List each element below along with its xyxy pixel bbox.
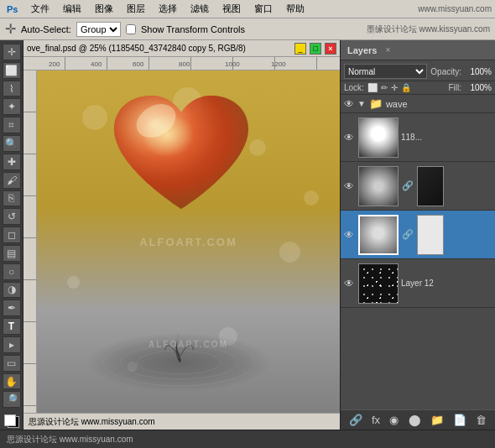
bottom-bar: 思源设计论坛 www.missyuan.com	[0, 430, 495, 448]
opacity-value: 100%	[465, 67, 492, 76]
delete-layer-button[interactable]: 🗑	[473, 412, 489, 428]
lasso-tool[interactable]: ⌇	[3, 81, 21, 97]
layer-eye-3[interactable]: 👁	[344, 229, 356, 241]
canvas-status-bar: 思源设计论坛 www.missyuan.com	[23, 413, 340, 430]
menu-ps[interactable]: Ps	[3, 4, 21, 14]
canvas-image[interactable]: ALFOART.COM ALFOART.COM	[37, 70, 340, 413]
new-layer-button[interactable]: 📄	[451, 412, 469, 428]
new-group-button[interactable]: 📁	[428, 412, 446, 428]
menu-bar: Ps 文件 编辑 图像 图层 选择 滤镜 视图 窗口 帮助 www.missyu…	[0, 0, 495, 18]
type-tool[interactable]: T	[3, 318, 21, 335]
canvas-watermark: ALFOART.COM	[139, 236, 237, 248]
group-name: wave	[386, 99, 408, 109]
layer-item[interactable]: 👁 🔗	[341, 162, 495, 211]
layer-name-1: 118...	[401, 133, 492, 142]
menu-layer[interactable]: 图层	[123, 3, 148, 15]
layer-adjustment-button[interactable]: ⬤	[406, 412, 424, 428]
watermark-top: www.missyuan.com	[315, 4, 492, 13]
lock-position-icon[interactable]: ✛	[391, 83, 398, 92]
brush-tool[interactable]: 🖌	[3, 172, 21, 189]
layer-eye-2[interactable]: 👁	[344, 180, 356, 192]
dodge-tool[interactable]: ◑	[3, 282, 21, 299]
lock-all-icon[interactable]: 🔒	[401, 83, 411, 92]
menu-help[interactable]: 帮助	[283, 3, 308, 15]
minimize-button[interactable]: _	[294, 43, 306, 55]
layers-list: 👁 118... 👁 🔗 👁 🔗 👁	[341, 113, 495, 409]
menu-edit[interactable]: 编辑	[60, 3, 85, 15]
layer-group-header[interactable]: 👁 ▼ 📁 wave	[341, 95, 495, 113]
clone-tool[interactable]: ⎘	[3, 190, 21, 207]
status-text: 思源设计论坛 www.missyuan.com	[29, 416, 155, 428]
gradient-tool[interactable]: ▤	[3, 245, 21, 262]
layer-thumbnail-4	[358, 263, 399, 304]
heart-shape	[106, 91, 257, 221]
layer-item-selected[interactable]: 👁 🔗	[341, 211, 495, 259]
layer-eye-4[interactable]: 👁	[344, 278, 356, 289]
menu-select[interactable]: 选择	[155, 3, 180, 15]
watermark-options: 墨缘设计论坛 www.kissyuan.com	[367, 23, 490, 35]
layer-thumbnail-3	[358, 215, 399, 255]
layers-controls: Normal Opacity: 100%	[341, 60, 495, 81]
pen-tool[interactable]: ✒	[3, 300, 21, 316]
history-tool[interactable]: ↺	[3, 208, 21, 225]
blur-tool[interactable]: ○	[3, 263, 21, 280]
group-expand-icon[interactable]: ▼	[357, 99, 366, 108]
group-folder-icon: 📁	[369, 97, 383, 110]
maximize-button[interactable]: □	[310, 43, 321, 55]
layer-item[interactable]: 👁 118...	[341, 113, 495, 162]
lock-transparent-icon[interactable]: ⬜	[367, 83, 378, 92]
bokeh-3	[279, 242, 300, 263]
canvas-background: ALFOART.COM ALFOART.COM	[37, 70, 340, 413]
zoom-tool[interactable]: 🔎	[3, 391, 21, 408]
layer-mask-button[interactable]: ◉	[387, 412, 401, 428]
canvas-watermark-bottom: ALFOART.COM	[148, 340, 228, 349]
link-layers-button[interactable]: 🔗	[346, 412, 365, 428]
marquee-tool[interactable]: ⬜	[3, 62, 21, 79]
fill-value: 100%	[465, 83, 492, 92]
ruler-mark-1200: 1200	[271, 60, 286, 68]
bokeh-1	[82, 105, 107, 130]
move-tool-icon[interactable]: ✛	[5, 21, 16, 37]
crop-tool[interactable]: ⌗	[3, 117, 21, 133]
menu-filter[interactable]: 滤镜	[187, 3, 212, 15]
layers-tab-label[interactable]: Layers	[347, 45, 377, 55]
menu-file[interactable]: 文件	[28, 3, 53, 15]
shape-tool[interactable]: ▭	[3, 355, 21, 372]
menu-view[interactable]: 视图	[219, 3, 244, 15]
layer-mask-3	[417, 215, 444, 255]
close-button[interactable]: ×	[325, 43, 336, 55]
blend-mode-select[interactable]: Normal	[344, 64, 427, 79]
auto-select-label: Auto-Select:	[21, 24, 71, 34]
fill-label: Fill:	[448, 83, 461, 92]
lock-fill-row: Lock: ⬜ ✏ ✛ 🔒 Fill: 100%	[341, 81, 495, 95]
menu-window[interactable]: 窗口	[251, 3, 276, 15]
layer-item[interactable]: 👁 Layer 12	[341, 259, 495, 308]
hand-tool[interactable]: ✋	[3, 373, 21, 390]
eraser-tool[interactable]: ◻	[3, 227, 21, 243]
layers-tab-close[interactable]: ×	[385, 45, 390, 55]
foreground-background-colors[interactable]	[3, 413, 21, 430]
layer-name-4: Layer 12	[401, 279, 492, 288]
main-area: ✛ ⬜ ⌇ ✦ ⌗ 🔍 ✚ 🖌 ⎘ ↺ ◻ ▤ ○ ◑ ✒ T ▸ ▭ ✋ 🔎 …	[0, 40, 495, 430]
options-bar: ✛ Auto-Select: Group Show Transform Cont…	[0, 18, 495, 40]
ruler-mark-400: 400	[91, 60, 102, 68]
path-select-tool[interactable]: ▸	[3, 336, 21, 353]
bottom-status-text: 思源设计论坛 www.missyuan.com	[7, 434, 133, 445]
heal-tool[interactable]: ✚	[3, 154, 21, 170]
move-tool[interactable]: ✛	[3, 44, 21, 60]
ruler-mark-1000: 1000	[225, 60, 240, 68]
vertical-ruler	[23, 70, 37, 413]
eyedropper-tool[interactable]: 🔍	[3, 135, 21, 152]
menu-image[interactable]: 图像	[91, 3, 117, 15]
bokeh-6	[304, 190, 319, 206]
magic-wand-tool[interactable]: ✦	[3, 98, 21, 115]
layer-style-button[interactable]: fx	[369, 412, 383, 428]
transform-controls-checkbox[interactable]	[126, 24, 136, 34]
auto-select-dropdown[interactable]: Group	[76, 22, 121, 37]
document-title: ove_final.psd @ 25% (1185450_43742840 co…	[27, 44, 291, 53]
group-eye-icon[interactable]: 👁	[344, 98, 354, 110]
layers-tab: Layers ×	[341, 40, 495, 60]
canvas-area[interactable]: ove_final.psd @ 25% (1185450_43742840 co…	[23, 40, 340, 430]
layer-eye-1[interactable]: 👁	[344, 132, 356, 143]
lock-image-icon[interactable]: ✏	[381, 83, 388, 92]
